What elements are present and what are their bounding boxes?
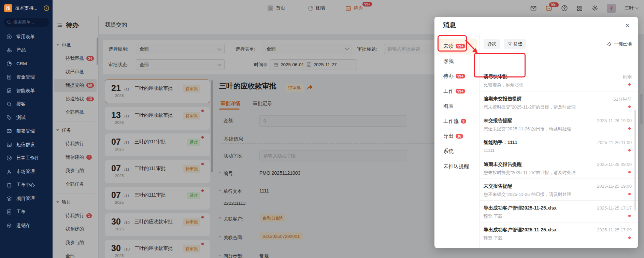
- sidebar-item-label: 日常工作库: [16, 155, 40, 161]
- sidebar-item-market[interactable]: 市场管理: [0, 165, 53, 178]
- workspace-name[interactable]: 技术支持...: [15, 5, 41, 11]
- doc-yen-icon: [6, 74, 12, 80]
- message-item[interactable]: 智能助手：1111 11111 2025-11-26 11:00: [480, 135, 638, 157]
- msgnav-export[interactable]: 导出16: [434, 129, 479, 144]
- sidebar-item-label: 智能表单: [16, 88, 35, 94]
- unread-dot: [628, 105, 631, 108]
- message-panel: 消息 × 未读99+ @我 待办99+ 工作99+ 图表 工作流9 导出16 系…: [434, 17, 638, 248]
- sidebar-item-label: CRM: [16, 61, 27, 66]
- person-icon: [6, 169, 12, 174]
- unread-dot: [628, 236, 631, 239]
- message-item[interactable]: 逾期未交报告提醒 您未按时提交"2025-11-25"的日报，请及时处理 202…: [480, 157, 638, 178]
- message-item[interactable]: 有人评论了你的跟进记录 "啵啵"评论了客户"钉钉测试空格号码"的跟进记录 202…: [480, 244, 638, 248]
- sidebar-item-inventory[interactable]: 进销存: [0, 219, 53, 232]
- msgnav-workflow[interactable]: 工作流9: [434, 114, 479, 129]
- sidebar-item-tickets-center[interactable]: 工单中心: [0, 178, 53, 192]
- message-item[interactable]: 请尽快审批 比较着急，麻烦尽快 刚刚: [480, 69, 638, 91]
- workspace-logo[interactable]: 技: [4, 4, 12, 12]
- close-icon[interactable]: ×: [625, 22, 629, 29]
- msgnav-work[interactable]: 工作99+: [434, 84, 479, 99]
- message-scrollbar[interactable]: [634, 110, 636, 211]
- sidebar-item-label: 常用表单: [16, 34, 35, 40]
- msgnav-unread[interactable]: 未读99+: [437, 39, 477, 54]
- sidebar-item-label: 产品: [16, 47, 26, 53]
- page-scrollbar[interactable]: [640, 94, 643, 124]
- sidebar-item-mailbox[interactable]: 邮箱管理: [0, 125, 53, 138]
- message-item[interactable]: 未交报告提醒 您还未提交"2025-11-25"的日报，请及时处理 2025-1…: [480, 178, 638, 200]
- message-item[interactable]: 导出成功客户管理2025-11-25.xlsx 预览 下载 2025-11-25…: [480, 222, 638, 244]
- sidebar-item-common-forms[interactable]: 常用表单: [0, 30, 53, 44]
- sidebar-item-label: 邮箱管理: [16, 128, 35, 134]
- pie-icon: [6, 61, 12, 67]
- mail-icon: [6, 128, 12, 134]
- message-panel-title: 消息: [443, 21, 625, 30]
- msgnav-unpushed[interactable]: 未推送提醒: [434, 159, 479, 174]
- doc-edit-icon: [6, 88, 12, 94]
- sidebar-item-projects[interactable]: 项目管理: [0, 192, 53, 205]
- filter-pill[interactable]: 筛选: [504, 39, 526, 49]
- sidebar-item-test[interactable]: 测试: [0, 111, 53, 125]
- search-placeholder: 搜索菜单...: [13, 19, 34, 25]
- wave-circle-icon: [6, 155, 12, 161]
- sidebar-item-crm[interactable]: CRM: [0, 57, 53, 71]
- sidebar-item-products[interactable]: 产品: [0, 44, 53, 57]
- sidebar-item-label: 项目管理: [16, 196, 35, 202]
- unread-dot: [628, 127, 631, 130]
- sidebar-item-label: 工单中心: [16, 182, 35, 188]
- unread-dot: [628, 193, 631, 195]
- sidebar-item-label: 搜客: [16, 101, 26, 107]
- message-nav: 未读99+ @我 待办99+ 工作99+ 图表 工作流9 导出16 系统 未推送…: [434, 34, 480, 248]
- message-item[interactable]: 未交报告提醒 您还未提交"2025-11-26"的日报，请及时处理 2025-1…: [480, 113, 638, 135]
- doc-lines-icon: [6, 209, 12, 215]
- msgnav-charts[interactable]: 图表: [434, 99, 479, 114]
- sidebar-item-workorder[interactable]: 工单: [0, 205, 53, 219]
- count-badge: 99+: [456, 44, 465, 48]
- funnel-icon: [508, 42, 512, 46]
- clipboard-icon: [6, 182, 12, 188]
- box-icon: [6, 223, 12, 228]
- mark-read-icon: [607, 42, 612, 47]
- sidebar-item-label: 短信群发: [16, 142, 35, 148]
- message-list-area: @我 筛选 一键已读 请尽快审批 比较着急，麻烦尽快 刚刚 逾期未交报告提醒 您…: [480, 34, 638, 248]
- message-item[interactable]: 逾期未交报告提醒 您未按时提交"2025-11-26"的日报，请及时处理 51分…: [480, 91, 638, 113]
- search-icon: [7, 20, 11, 25]
- count-badge: 9: [461, 119, 466, 124]
- message-item[interactable]: 导出成功客户管理2025-11-25.xlsx 预览 下载 2025-11-25…: [480, 200, 638, 222]
- photo-mail-icon: [6, 142, 12, 147]
- workspace-settings-icon[interactable]: [44, 5, 49, 11]
- sidebar-item-prospecting[interactable]: 搜客: [0, 98, 53, 111]
- app-sidebar: 技 技术支持... 搜索菜单... 常用表单 产品 CRM 资金管理 智能表单 …: [0, 0, 53, 258]
- unread-dot: [628, 149, 631, 152]
- msgnav-todo[interactable]: 待办99+: [434, 69, 479, 84]
- msgnav-system[interactable]: 系统: [434, 144, 479, 159]
- tag-icon: [6, 115, 12, 120]
- magnifier-icon: [6, 101, 12, 107]
- count-badge: 99+: [456, 89, 465, 94]
- sidebar-item-label: 市场管理: [16, 169, 35, 175]
- sidebar-item-daily-work[interactable]: 日常工作库: [0, 152, 53, 165]
- blocks-icon: [6, 47, 12, 53]
- unread-dot: [628, 215, 631, 217]
- sidebar-item-label: 测试: [16, 115, 26, 121]
- msgnav-mentions[interactable]: @我: [434, 54, 479, 69]
- sidebar-menu: 常用表单 产品 CRM 资金管理 智能表单 搜客 测试 邮箱管理 短信群发 日常…: [0, 30, 53, 232]
- sidebar-item-funds[interactable]: 资金管理: [0, 71, 53, 84]
- message-list: 请尽快审批 比较着急，麻烦尽快 刚刚 逾期未交报告提醒 您未按时提交"2025-…: [480, 69, 638, 248]
- layers-icon: [6, 196, 12, 201]
- count-badge: 16: [456, 134, 463, 139]
- search-input[interactable]: 搜索菜单...: [3, 18, 49, 27]
- sidebar-item-sms[interactable]: 短信群发: [0, 138, 53, 152]
- mark-all-read-button[interactable]: 一键已读: [607, 41, 632, 47]
- count-badge: 99+: [456, 74, 465, 78]
- mention-filter-pill[interactable]: @我: [484, 39, 500, 49]
- sidebar-item-label: 资金管理: [16, 74, 35, 80]
- unread-dot: [628, 83, 631, 86]
- message-links[interactable]: 预览 下载: [484, 235, 503, 241]
- message-links[interactable]: 预览 下载: [484, 213, 503, 219]
- sidebar-item-label: 进销存: [16, 223, 30, 229]
- unread-dot: [628, 171, 631, 173]
- sidebar-item-label: 工单: [16, 209, 26, 215]
- sidebar-item-smart-forms[interactable]: 智能表单: [0, 84, 53, 98]
- star-circle-icon: [6, 34, 12, 40]
